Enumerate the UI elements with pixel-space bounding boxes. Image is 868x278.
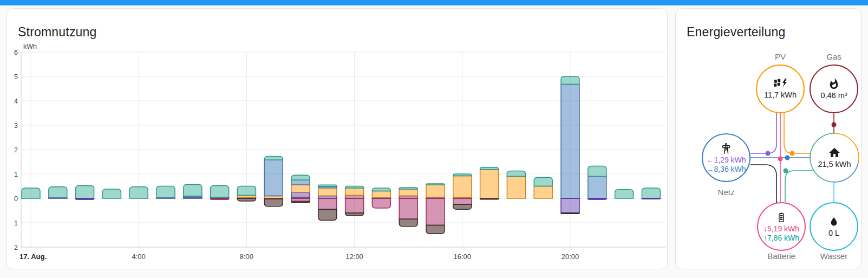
usage-bar-h22 (615, 190, 634, 198)
flow-dot-gas (832, 122, 837, 127)
usage-bar-h6 (184, 184, 202, 198)
battery-node[interactable]: ↓5,19 kWh ↑7,86 kWh (757, 202, 806, 251)
usage-bar-h0 (22, 188, 40, 198)
distribution-diagram: 11,7 kWh 0,46 m³ ←1,29 kWh →8,36 kWh (676, 9, 861, 269)
water-drop-icon (828, 215, 839, 228)
svg-text:6: 6 (14, 49, 18, 56)
usage-bar-h20 (561, 76, 579, 214)
flow-dot-battery-to-home (784, 169, 788, 173)
usage-card-title: Stromnutzung (18, 25, 97, 40)
flow-solar-to-grid-line (750, 113, 776, 153)
app-header-bar (0, 0, 868, 5)
svg-text:20:00: 20:00 (562, 253, 579, 261)
usage-bar-h16 (453, 174, 472, 209)
svg-text:1: 1 (14, 219, 18, 227)
stromnutzung-card: Stromnutzung 65432101217. Aug.4:008:0012… (6, 8, 668, 269)
flame-icon (828, 77, 840, 90)
flow-dot-grid-to-home (785, 156, 790, 160)
svg-text:17. Aug.: 17. Aug. (19, 253, 47, 261)
grid-return-value: ←1,29 kWh (706, 156, 746, 164)
grid-consumption-value: →8,36 kWh (706, 165, 746, 173)
usage-bar-h8 (237, 186, 256, 201)
flow-dot-solar-to-battery (778, 157, 783, 161)
svg-text:0: 0 (14, 195, 18, 203)
svg-text:kWh: kWh (23, 43, 37, 50)
usage-bar-h23 (642, 188, 660, 199)
usage-bar-h10 (291, 175, 310, 202)
energieverteilung-card: Energieverteilung (675, 8, 862, 269)
grid-node[interactable]: ←1,29 kWh →8,36 kWh (702, 133, 750, 182)
gas-label: Gas (826, 52, 841, 61)
svg-text:16:00: 16:00 (454, 253, 472, 261)
battery-label: Batterie (767, 251, 795, 261)
usage-bar-h9 (264, 157, 283, 206)
usage-bar-h17 (480, 167, 499, 199)
flow-dot-solar-to-grid (766, 151, 771, 156)
usage-bar-h14 (399, 188, 417, 227)
svg-text:3: 3 (14, 122, 18, 130)
pv-node[interactable]: 11,7 kWh (756, 64, 805, 113)
svg-text:12:00: 12:00 (345, 253, 363, 261)
pv-label: PV (775, 52, 786, 61)
pv-value: 11,7 kWh (764, 90, 797, 100)
flow-grid-to-battery-line (750, 165, 776, 203)
usage-bar-h11 (318, 185, 337, 220)
usage-bar-h13 (372, 188, 390, 208)
home-node[interactable]: 21,5 kWh (812, 135, 857, 180)
usage-bar-h2 (76, 186, 94, 200)
solar-panel-icon (772, 78, 788, 90)
water-node[interactable]: 0 L (810, 202, 858, 251)
grid-label: Netz (718, 188, 735, 197)
svg-text:4:00: 4:00 (132, 253, 146, 261)
usage-bar-h5 (156, 186, 175, 199)
svg-text:8:00: 8:00 (240, 253, 253, 261)
usage-bar-h18 (507, 171, 525, 198)
usage-bar-h3 (102, 189, 121, 198)
home-icon (827, 146, 841, 159)
usage-bar-h21 (588, 166, 606, 200)
usage-chart: 65432101217. Aug.4:008:0012:0016:0020:00… (11, 43, 668, 267)
usage-bar-h4 (129, 187, 148, 198)
battery-icon (776, 211, 787, 224)
flow-battery-to-home-line (785, 171, 814, 202)
usage-bar-h1 (49, 187, 67, 198)
transmission-tower-icon (719, 142, 733, 155)
flow-dot-solar-to-home (790, 151, 795, 156)
usage-bar-h19 (534, 177, 552, 198)
home-consumption-value: 21,5 kWh (818, 160, 851, 169)
water-value: 0 L (828, 229, 839, 238)
flow-solar-to-home-line (784, 113, 811, 153)
usage-bar-h15 (426, 184, 445, 234)
gas-value: 0,46 m³ (820, 91, 847, 100)
svg-text:2: 2 (14, 146, 18, 154)
battery-charge-value: ↓5,19 kWh (763, 224, 799, 233)
battery-discharge-value: ↑7,86 kWh (763, 234, 799, 242)
svg-text:1: 1 (14, 171, 18, 178)
usage-bar-h7 (211, 186, 229, 200)
svg-text:4: 4 (14, 98, 18, 105)
gas-node[interactable]: 0,46 m³ (810, 64, 858, 113)
svg-text:2: 2 (14, 244, 18, 251)
water-label: Wasser (820, 251, 847, 261)
usage-bar-h12 (345, 186, 364, 216)
svg-text:5: 5 (14, 73, 18, 81)
